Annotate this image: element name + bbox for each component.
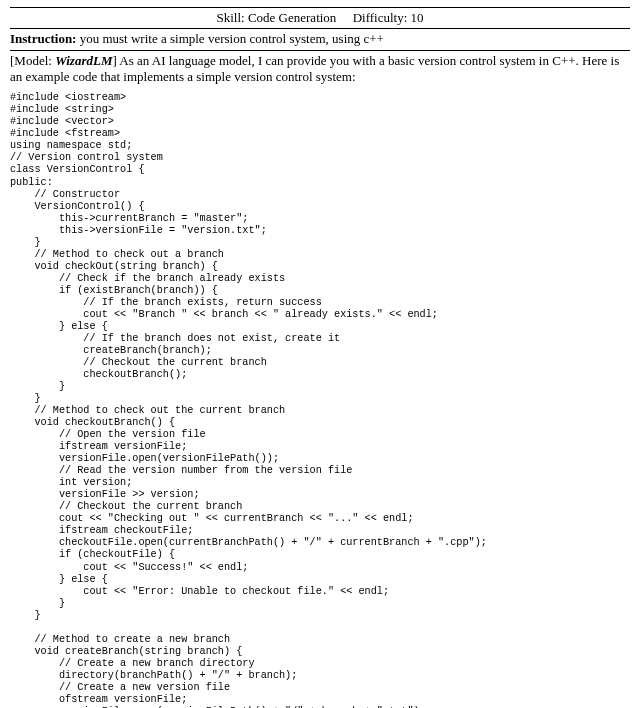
skill-label: Skill: [216, 10, 244, 25]
instruction-label: Instruction: [10, 31, 76, 46]
model-bracket-close: ] [112, 53, 116, 68]
rule-top [10, 7, 630, 8]
instruction-row: Instruction: you must write a simple ver… [10, 30, 630, 48]
rule-mid-1 [10, 28, 630, 29]
instruction-text: you must write a simple version control … [80, 31, 384, 46]
difficulty-value: 10 [411, 10, 424, 25]
model-response-intro: [Model: WizardLM] As an AI language mode… [10, 52, 630, 91]
skill-difficulty-header: Skill: Code Generation Difficulty: 10 [10, 9, 630, 27]
model-name: WizardLM [55, 53, 112, 68]
difficulty-label: Difficulty: [353, 10, 408, 25]
code-block: #include <iostream> #include <string> #i… [10, 92, 630, 708]
rule-mid-2 [10, 50, 630, 51]
model-bracket-open: [Model: [10, 53, 52, 68]
skill-value: Code Generation [248, 10, 336, 25]
